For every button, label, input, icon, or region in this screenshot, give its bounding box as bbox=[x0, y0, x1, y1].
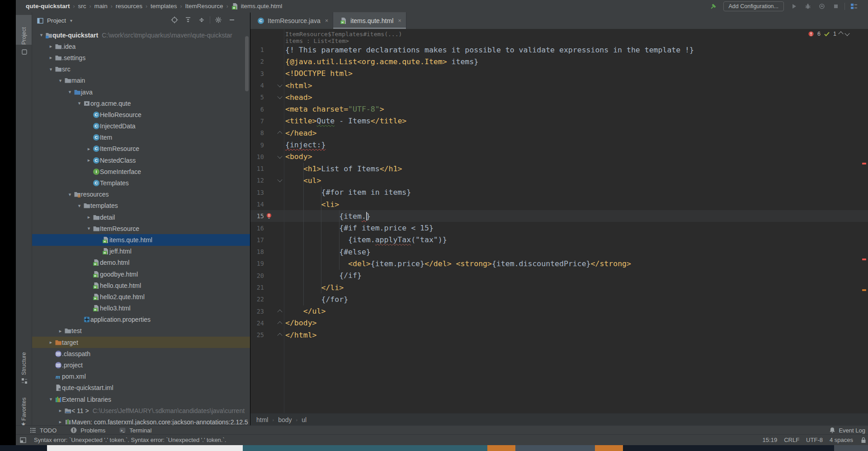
tree-item-project[interactable]: .project bbox=[32, 359, 250, 371]
tree-item-maven-com-fasterxml-jackson-core-jackson-annotations-2-12-5[interactable]: ▸Maven: com.fasterxml.jackson.core:jacks… bbox=[32, 416, 250, 426]
build-hammer-icon[interactable] bbox=[710, 2, 717, 10]
tree-item-settings[interactable]: ▸.settings bbox=[32, 52, 250, 63]
code-line[interactable]: 21 </li> bbox=[250, 282, 868, 293]
chevron-down-icon[interactable]: ▾ bbox=[38, 32, 45, 38]
tree-item-external-libraries[interactable]: ▾External Libraries bbox=[32, 394, 250, 405]
fold-marker-icon[interactable] bbox=[276, 155, 283, 159]
code-line[interactable]: 4<html> bbox=[250, 80, 868, 91]
fold-open-icon[interactable] bbox=[277, 154, 282, 159]
fold-open-icon[interactable] bbox=[277, 177, 282, 182]
code-line[interactable]: 23 </ul> bbox=[250, 305, 868, 317]
tree-item-classpath[interactable]: .classpath bbox=[32, 348, 250, 359]
code-line[interactable]: 13 {#for item in items} bbox=[250, 187, 868, 198]
code-line[interactable]: 12 <ul> bbox=[250, 174, 868, 186]
edge-partial-icon[interactable] bbox=[864, 2, 868, 10]
tree-item-main[interactable]: ▾main bbox=[32, 75, 250, 86]
close-icon[interactable]: × bbox=[325, 17, 329, 24]
chevron-right-icon[interactable]: ▸ bbox=[47, 339, 55, 345]
tree-item-java[interactable]: ▾java bbox=[32, 86, 250, 98]
error-stripe-mark[interactable] bbox=[862, 258, 866, 260]
tool-window-button-todo[interactable]: TODO bbox=[29, 427, 57, 434]
lock-icon[interactable] bbox=[860, 437, 867, 444]
collapse-all-icon[interactable] bbox=[198, 16, 206, 24]
locate-icon[interactable] bbox=[170, 16, 179, 24]
tree-item-itemresource[interactable]: ▾ItemResource bbox=[32, 223, 250, 234]
tree-item-hello-qute-html[interactable]: Hhello.qute.html bbox=[32, 280, 250, 291]
stripe-button-favorites[interactable]: Favorites bbox=[16, 386, 32, 421]
fold-marker-icon[interactable] bbox=[276, 321, 283, 325]
code-line[interactable]: 15 {item.} bbox=[250, 210, 868, 222]
error-bulb-icon[interactable] bbox=[265, 212, 273, 220]
chevron-right-icon[interactable]: ▸ bbox=[47, 43, 55, 49]
structure-icon[interactable] bbox=[21, 377, 28, 385]
tree-item-qute-quickstart-iml[interactable]: qute-quickstart.iml bbox=[32, 382, 250, 394]
code-line[interactable]: 10<body> bbox=[250, 151, 868, 163]
chevron-right-icon[interactable]: ▸ bbox=[57, 328, 64, 334]
tree-item-hello3-html[interactable]: Hhello3.html bbox=[32, 303, 250, 314]
chevron-down-icon[interactable]: ▾ bbox=[47, 396, 55, 402]
chevron-down-icon[interactable]: ▾ bbox=[75, 100, 83, 106]
tree-item-goodbye-html[interactable]: Hgoodbye.html bbox=[32, 268, 250, 280]
prev-issue-icon[interactable] bbox=[838, 31, 843, 36]
run-icon[interactable] bbox=[790, 2, 797, 10]
fold-end-icon[interactable] bbox=[277, 131, 282, 136]
chevron-down-icon[interactable]: ▾ bbox=[85, 226, 93, 231]
indent-setting[interactable]: 4 spaces bbox=[830, 437, 853, 443]
fold-marker-icon[interactable] bbox=[276, 95, 283, 99]
code-line[interactable]: 18 {#else} bbox=[250, 246, 868, 258]
tree-item-pom-xml[interactable]: mpom.xml bbox=[32, 371, 250, 382]
event-log-button[interactable]: Event Log bbox=[829, 427, 865, 434]
chevron-right-icon[interactable]: ▸ bbox=[85, 157, 93, 163]
chevron-right-icon[interactable]: ▸ bbox=[85, 214, 93, 220]
fold-open-icon[interactable] bbox=[277, 94, 282, 99]
next-issue-icon[interactable] bbox=[844, 31, 849, 36]
tab-itemresource-java[interactable]: CItemResource.java× bbox=[250, 12, 333, 29]
fold-end-icon[interactable] bbox=[277, 333, 282, 338]
tree-item-someinterface[interactable]: ISomeInterface bbox=[32, 166, 250, 177]
tree-item-application-properties[interactable]: application.properties bbox=[32, 314, 250, 325]
inspection-widget[interactable]: 61 bbox=[807, 30, 849, 38]
code-line[interactable]: 19 <del>{item.price}</del> <strong>{item… bbox=[250, 258, 868, 269]
editor-breadcrumb-item[interactable]: html bbox=[256, 416, 268, 423]
chevron-down-icon[interactable]: ▾ bbox=[57, 78, 64, 84]
file-encoding[interactable]: UTF-8 bbox=[806, 437, 823, 443]
code-line[interactable]: 8</head> bbox=[250, 127, 868, 139]
tree-item-org-acme-qute[interactable]: ▾org.acme.qute bbox=[32, 98, 250, 109]
code-view[interactable]: 1{! This parameter declarations makes it… bbox=[250, 44, 868, 341]
code-line[interactable]: 16 {#if item.price < 15} bbox=[250, 222, 868, 234]
project-tree[interactable]: ▾qute-quickstartC:\work\src\tmp\quarkus\… bbox=[32, 29, 250, 426]
tab-items-qute-html[interactable]: Hitems.qute.html× bbox=[333, 12, 406, 29]
code-line[interactable]: 3<!DOCTYPE html> bbox=[250, 68, 868, 80]
code-line[interactable]: 25</html> bbox=[250, 329, 868, 341]
breadcrumb-item[interactable]: main bbox=[94, 3, 108, 9]
tree-item-itemresource[interactable]: ▸CItemResource bbox=[32, 143, 250, 155]
tree-item-items-qute-html[interactable]: Hitems.qute.html bbox=[32, 234, 250, 245]
code-line[interactable]: 24</body> bbox=[250, 317, 868, 329]
tree-item-hello2-qute-html[interactable]: Hhello2.qute.html bbox=[32, 291, 250, 302]
tree-item-helloresource[interactable]: CHelloResource bbox=[32, 109, 250, 120]
code-line[interactable]: 2{@java.util.List<org.acme.qute.Item> it… bbox=[250, 56, 868, 67]
tree-item-demo-html[interactable]: Hdemo.html bbox=[32, 257, 250, 268]
settings-icon[interactable] bbox=[214, 16, 222, 24]
code-line[interactable]: 9{inject:} bbox=[250, 139, 868, 150]
breadcrumb[interactable]: qute-quickstart›src›main›resources›templ… bbox=[26, 3, 282, 10]
tree-item-nestedclass[interactable]: ▸CNestedClass bbox=[32, 155, 250, 166]
editor-breadcrumb-item[interactable]: ul bbox=[302, 416, 307, 423]
error-stripe-mark[interactable] bbox=[862, 163, 866, 164]
tree-item-jeff-html[interactable]: Hjeff.html bbox=[32, 246, 250, 257]
fold-end-icon[interactable] bbox=[277, 321, 282, 326]
caret-position[interactable]: 15:19 bbox=[763, 437, 778, 443]
inlay-hint-template-link[interactable]: ItemResource$Templates#items(...) bbox=[285, 31, 402, 38]
inlay-hint-parameter[interactable]: items : List<Item> bbox=[285, 38, 349, 44]
fold-end-icon[interactable] bbox=[277, 309, 282, 314]
fold-marker-icon[interactable] bbox=[276, 179, 283, 182]
tree-item-11[interactable]: ▸< 11 >C:\Users\JeffMAURY\.sdkman\candid… bbox=[32, 405, 250, 416]
editor-body[interactable]: ItemResource$Templates#items(...) items … bbox=[250, 29, 868, 413]
warning-stripe-mark[interactable] bbox=[862, 289, 866, 291]
breadcrumb-item-file[interactable]: Hitems.qute.html bbox=[231, 3, 283, 10]
chevron-down-icon[interactable]: ▾ bbox=[47, 66, 55, 72]
tool-windows-toggle-icon[interactable] bbox=[19, 437, 27, 444]
debug-icon[interactable] bbox=[804, 2, 811, 10]
tree-item-qute-quickstart[interactable]: ▾qute-quickstartC:\work\src\tmp\quarkus\… bbox=[32, 29, 250, 41]
editor-breadcrumbs[interactable]: html›body›ul bbox=[250, 413, 868, 426]
